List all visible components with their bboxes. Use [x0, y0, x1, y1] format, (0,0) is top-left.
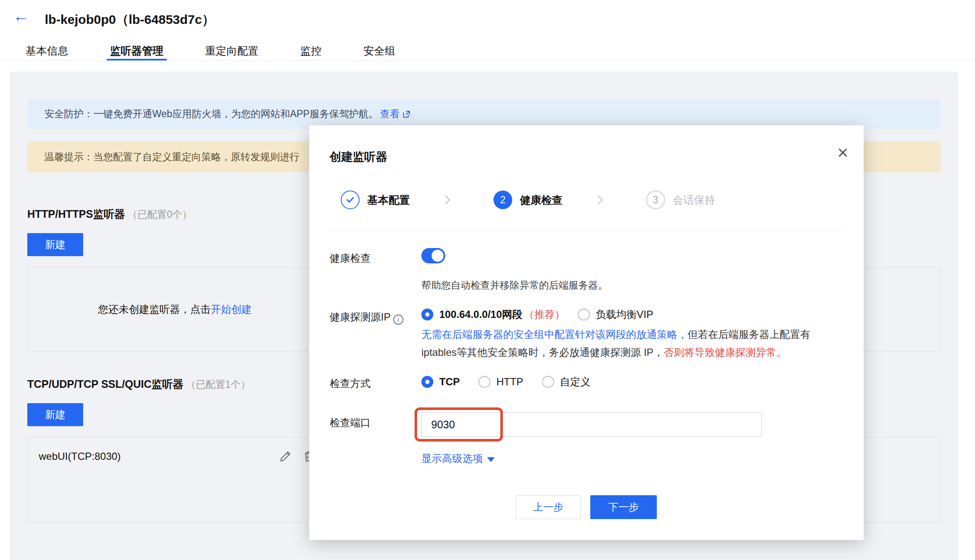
listener-item-name: webUI(TCP:8030): [39, 450, 121, 462]
probe-source-ip-label: 健康探测源IP: [330, 310, 403, 325]
tip-banner-text: 温馨提示：当您配置了自定义重定向策略，原转发规则进行: [44, 150, 299, 164]
http-listener-count: （已配置0个）: [128, 209, 192, 220]
http-listener-section-title: HTTP/HTTPS监听器（已配置0个）: [27, 207, 192, 221]
probe-ip-radio-group: 100.64.0.0/10网段 （推荐） 负载均衡VIP: [421, 308, 653, 321]
step-chevron-icon: [444, 194, 451, 206]
tcp-listener-section-title: TCP/UDP/TCP SSL/QUIC监听器（已配置1个）: [27, 377, 250, 391]
external-link-icon: [402, 110, 411, 118]
page-header: ← lb-kejob0p0（lb-64853d7c）: [0, 0, 975, 40]
radio-probe-cidr[interactable]: [421, 309, 433, 320]
radio-probe-vip-label[interactable]: 负载均衡VIP: [596, 308, 653, 321]
step-done-check-icon: [341, 191, 360, 209]
check-port-label: 检查端口: [330, 416, 371, 430]
radio-method-tcp[interactable]: [421, 376, 433, 388]
edit-pencil-icon[interactable]: [279, 450, 291, 462]
check-port-input[interactable]: [421, 412, 762, 437]
page-title: lb-kejob0p0（lb-64853d7c）: [45, 11, 215, 29]
tab-redirect-config[interactable]: 重定向配置: [202, 40, 262, 61]
tab-listener-management[interactable]: 监听器管理: [107, 40, 167, 61]
radio-probe-vip[interactable]: [578, 309, 590, 320]
tab-security-group[interactable]: 安全组: [360, 40, 399, 61]
recommended-tag: （推荐）: [524, 308, 565, 321]
show-advanced-options-link[interactable]: 显示高级选项: [421, 452, 495, 465]
tab-bar: 基本信息 监听器管理 重定向配置 监控 安全组: [22, 40, 399, 61]
next-step-button[interactable]: 下一步: [590, 495, 657, 519]
chevron-down-icon: [487, 457, 495, 462]
step-basic-config[interactable]: 基本配置: [341, 191, 410, 209]
check-method-label: 检查方式: [330, 377, 371, 390]
radio-method-http[interactable]: [479, 376, 490, 388]
health-check-toggle[interactable]: [421, 248, 445, 263]
tcp-new-listener-button[interactable]: 新建: [27, 403, 83, 426]
radio-probe-cidr-label[interactable]: 100.64.0.0/10网段: [439, 308, 522, 321]
health-check-label: 健康检查: [330, 251, 371, 265]
start-create-link[interactable]: 开始创建: [211, 303, 252, 315]
security-banner-text: 安全防护：一键免费开通Web应用防火墙，为您的网站和APP服务保驾护航。: [44, 107, 378, 121]
radio-method-http-label[interactable]: HTTP: [496, 376, 523, 388]
check-method-radio-group: TCP HTTP 自定义: [421, 375, 591, 389]
toggle-knob: [432, 250, 444, 262]
probe-ip-note: 无需在后端服务器的安全组中配置针对该网段的放通策略，但若在后端服务器上配置有ip…: [421, 326, 839, 361]
close-icon[interactable]: ×: [837, 143, 848, 162]
step-session-persistence[interactable]: 3 会话保持: [646, 191, 715, 209]
wizard-steps: 基本配置 2 健康检查 3 会话保持: [341, 191, 715, 209]
tcp-listener-count: （已配置1个）: [186, 379, 250, 390]
security-banner-view-link[interactable]: 查看: [380, 107, 411, 121]
security-banner: 安全防护：一键免费开通Web应用防火墙，为您的网站和APP服务保驾护航。 查看: [27, 99, 940, 129]
radio-method-custom[interactable]: [542, 376, 554, 388]
tab-basic-info[interactable]: 基本信息: [22, 40, 72, 61]
back-arrow-icon[interactable]: ←: [13, 8, 29, 24]
step-health-check[interactable]: 2 健康检查: [493, 191, 563, 209]
step-chevron-icon: [597, 194, 604, 206]
create-listener-modal: 创建监听器 × 基本配置 2 健康检查 3 会话保持 健康检查 帮助您自动检查并…: [309, 125, 864, 540]
radio-method-tcp-label[interactable]: TCP: [439, 376, 460, 388]
tab-monitoring[interactable]: 监控: [297, 40, 325, 61]
modal-title: 创建监听器: [330, 149, 387, 165]
health-check-help-text: 帮助您自动检查并移除异常的后端服务器。: [421, 279, 608, 292]
empty-state-text: 您还未创建监听器，点击开始创建: [98, 303, 252, 316]
http-new-listener-button[interactable]: 新建: [27, 233, 83, 256]
steps-divider: [330, 231, 843, 231]
radio-method-custom-label[interactable]: 自定义: [560, 375, 591, 389]
previous-step-button[interactable]: 上一步: [516, 495, 581, 519]
info-icon[interactable]: [393, 315, 403, 325]
